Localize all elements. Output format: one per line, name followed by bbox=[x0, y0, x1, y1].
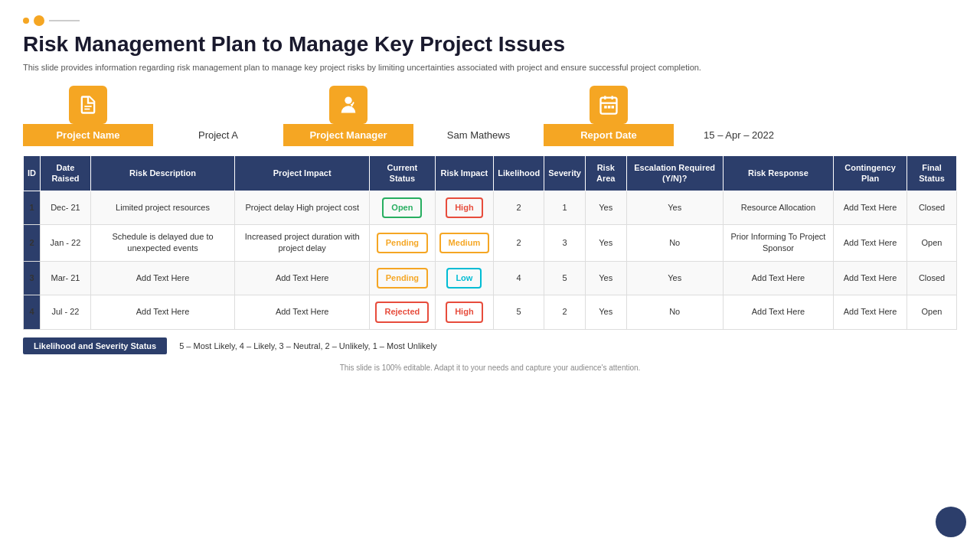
header-project-impact: Project Impact bbox=[235, 156, 370, 191]
dot-large bbox=[34, 15, 44, 26]
cell-likelihood: 2 bbox=[494, 191, 544, 224]
table-row: 2Jan - 22Schedule is delayed due to unex… bbox=[24, 224, 957, 261]
page-subtitle: This slide provides information regardin… bbox=[23, 63, 957, 72]
cell-final-status: Closed bbox=[907, 261, 957, 295]
cell-project-impact: Add Text Here bbox=[235, 261, 370, 295]
cell-severity: 5 bbox=[544, 261, 586, 295]
decorative-dots bbox=[23, 15, 957, 26]
risk-impact-badge: High bbox=[446, 302, 482, 322]
status-badge: Open bbox=[382, 197, 422, 218]
cell-risk-response: Add Text Here bbox=[723, 261, 833, 295]
status-badge: Pending bbox=[377, 268, 428, 289]
header-current-status: Current Status bbox=[370, 156, 435, 191]
footer-note: This slide is 100% editable. Adapt it to… bbox=[23, 364, 957, 372]
calendar-icon bbox=[598, 94, 619, 116]
cell-severity: 1 bbox=[544, 191, 586, 224]
header-date-raised: Date Raised bbox=[41, 156, 91, 191]
table-row: 1Dec- 21Limited project resourcesProject… bbox=[24, 191, 957, 224]
dot-line bbox=[49, 20, 80, 21]
header-likelihood: Likelihood bbox=[494, 156, 544, 191]
cell-risk-impact: High bbox=[435, 295, 494, 329]
project-manager-icon-box bbox=[329, 86, 368, 124]
cell-current-status: Pending bbox=[370, 261, 435, 295]
svg-point-2 bbox=[345, 97, 351, 104]
table-row: 4Jul - 22Add Text HereAdd Text HereRejec… bbox=[24, 295, 957, 329]
report-date-icon-box bbox=[590, 86, 628, 124]
project-manager-value: Sam Mathews bbox=[413, 124, 544, 146]
project-name-group: Project Name bbox=[23, 86, 153, 146]
cell-project-impact: Increased project duration with project … bbox=[235, 224, 370, 261]
cell-escalation: No bbox=[626, 224, 723, 261]
header-risk-impact: Risk Impact bbox=[435, 156, 494, 191]
svg-rect-9 bbox=[612, 106, 615, 109]
svg-rect-0 bbox=[84, 106, 91, 107]
cell-risk-impact: High bbox=[435, 191, 494, 224]
manager-icon bbox=[338, 94, 359, 116]
cell-severity: 2 bbox=[544, 295, 586, 329]
cell-id: 4 bbox=[24, 295, 41, 329]
status-badge: Rejected bbox=[375, 302, 429, 322]
header-id: ID bbox=[24, 156, 41, 191]
cell-risk-description: Add Text Here bbox=[90, 295, 234, 329]
cell-risk-description: Limited project resources bbox=[90, 191, 234, 224]
header-risk-response: Risk Response bbox=[723, 156, 833, 191]
cell-id: 3 bbox=[24, 261, 41, 295]
cell-current-status: Open bbox=[370, 191, 435, 224]
cell-final-status: Open bbox=[907, 224, 957, 261]
table-header: ID Date Raised Risk Description Project … bbox=[24, 156, 957, 191]
report-date-group: Report Date bbox=[544, 86, 674, 146]
cell-contingency-plan: Add Text Here bbox=[834, 224, 907, 261]
cell-current-status: Rejected bbox=[370, 295, 435, 329]
report-date-value: 15 – Apr – 2022 bbox=[674, 124, 804, 146]
legend-text: 5 – Most Likely, 4 – Likely, 3 – Neutral… bbox=[179, 341, 436, 350]
header-final-status: Final Status bbox=[907, 156, 957, 191]
cell-escalation: Yes bbox=[626, 191, 723, 224]
cell-risk-impact: Low bbox=[435, 261, 494, 295]
cell-current-status: Pending bbox=[370, 224, 435, 261]
header-escalation: Escalation Required (Y/N)? bbox=[626, 156, 723, 191]
cell-contingency-plan: Add Text Here bbox=[834, 295, 907, 329]
risk-impact-badge: High bbox=[446, 197, 482, 218]
document-icon bbox=[77, 94, 99, 116]
cell-likelihood: 5 bbox=[494, 295, 544, 329]
cell-contingency-plan: Add Text Here bbox=[834, 191, 907, 224]
cell-date-raised: Mar- 21 bbox=[41, 261, 91, 295]
header-risk-description: Risk Description bbox=[90, 156, 234, 191]
project-manager-group: Project Manager bbox=[283, 86, 413, 146]
info-bar: Project Name Project A Project Manager S… bbox=[23, 86, 957, 146]
cell-risk-area: Yes bbox=[585, 295, 626, 329]
project-name-label: Project Name bbox=[23, 124, 153, 146]
risk-impact-badge: Low bbox=[446, 268, 482, 289]
project-manager-label: Project Manager bbox=[283, 124, 413, 146]
svg-rect-7 bbox=[604, 106, 607, 109]
report-date-label: Report Date bbox=[544, 124, 674, 146]
header-risk-area: Risk Area bbox=[585, 156, 626, 191]
cell-severity: 3 bbox=[544, 224, 586, 261]
cell-escalation: Yes bbox=[626, 261, 723, 295]
risk-impact-badge: Medium bbox=[439, 233, 490, 253]
cell-id: 2 bbox=[24, 224, 41, 261]
cell-contingency-plan: Add Text Here bbox=[834, 261, 907, 295]
table-body: 1Dec- 21Limited project resourcesProject… bbox=[24, 191, 957, 329]
header-contingency-plan: Contingency Plan bbox=[834, 156, 907, 191]
legend-bar: Likelihood and Severity Status 5 – Most … bbox=[23, 337, 957, 354]
cell-date-raised: Jul - 22 bbox=[41, 295, 91, 329]
cell-risk-area: Yes bbox=[585, 224, 626, 261]
legend-label: Likelihood and Severity Status bbox=[23, 337, 167, 354]
risk-table: ID Date Raised Risk Description Project … bbox=[23, 155, 957, 330]
cell-date-raised: Dec- 21 bbox=[41, 191, 91, 224]
cell-risk-response: Add Text Here bbox=[723, 295, 833, 329]
status-badge: Pending bbox=[377, 233, 428, 253]
cell-project-impact: Add Text Here bbox=[235, 295, 370, 329]
svg-rect-1 bbox=[84, 109, 90, 110]
header-severity: Severity bbox=[544, 156, 586, 191]
project-name-icon-box bbox=[69, 86, 107, 124]
bottom-circle-decoration bbox=[936, 507, 966, 537]
cell-id: 1 bbox=[24, 191, 41, 224]
cell-final-status: Open bbox=[907, 295, 957, 329]
page-title: Risk Management Plan to Manage Key Proje… bbox=[23, 32, 957, 57]
table-row: 3Mar- 21Add Text HereAdd Text HerePendin… bbox=[24, 261, 957, 295]
cell-likelihood: 4 bbox=[494, 261, 544, 295]
cell-project-impact: Project delay High project cost bbox=[235, 191, 370, 224]
cell-risk-area: Yes bbox=[585, 261, 626, 295]
